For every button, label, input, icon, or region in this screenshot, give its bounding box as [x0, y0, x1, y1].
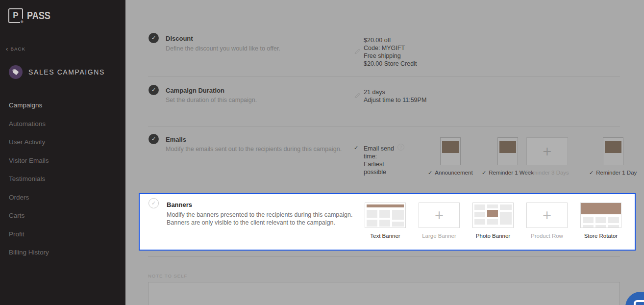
email-thumb-label: ✓Reminder 1 Day — [589, 170, 637, 176]
sidebar-item-billing-history[interactable]: Billing History — [0, 243, 125, 262]
logo-p-box-icon: P + — [8, 8, 23, 23]
duration-value: Adjust time to 11:59PM — [364, 96, 426, 104]
email-preview — [603, 137, 623, 165]
section-title: SALES CAMPAIGNS — [28, 68, 105, 76]
check-icon: ✓ — [428, 170, 432, 176]
check-icon: ✓ — [589, 170, 594, 176]
note-to-self-input[interactable] — [148, 282, 620, 305]
tag-icon — [9, 65, 23, 79]
photo-banner-preview — [472, 203, 514, 228]
text-banner-preview — [365, 203, 406, 228]
logo-letter: P — [13, 11, 18, 21]
emails-description: Modify the emails sent out to the recipi… — [166, 146, 342, 153]
help-icon[interactable]: ? — [397, 144, 404, 151]
banners-incomplete-check-icon: ✓ — [149, 198, 159, 208]
sidebar-item-profit[interactable]: Profit — [0, 225, 125, 244]
banners-section-highlighted: ✓ Banners Modify the banners presented t… — [139, 193, 636, 251]
back-label: BACK — [11, 46, 26, 51]
email-send-time: Email send time: Earliest possible — [364, 145, 398, 176]
banner-thumb-text-banner[interactable]: Text Banner — [365, 203, 406, 239]
banner-thumb-label: Product Row — [531, 233, 563, 239]
sidebar-item-carts[interactable]: Carts — [0, 206, 125, 225]
sidebar-item-testimonials[interactable]: Testimonials — [0, 170, 125, 188]
logo-plus-icon: + — [20, 19, 24, 25]
discount-value: Free shipping — [364, 52, 417, 60]
sidebar-divider — [0, 89, 125, 89]
section-divider — [148, 192, 620, 192]
banner-thumb-label: Large Banner — [422, 233, 456, 239]
banner-thumb-label: Text Banner — [370, 233, 400, 239]
email-thumb-announcement[interactable]: ✓Announcement — [428, 137, 473, 176]
duration-title: Campaign Duration — [166, 87, 224, 94]
email-preview — [497, 137, 518, 165]
plus-icon: + — [419, 203, 459, 228]
emails-complete-check-icon: ✓ — [149, 134, 159, 144]
chevron-left-icon: ‹ — [6, 45, 9, 52]
banner-thumb-product-row[interactable]: + Product Row — [526, 203, 568, 239]
section-divider — [148, 127, 620, 127]
email-thumb-reminder-1-day[interactable]: ✓Reminder 1 Day — [589, 137, 637, 176]
plus-icon: + — [527, 138, 568, 165]
discount-description: Define the discount you would like to of… — [166, 45, 280, 53]
discount-complete-check-icon: ✓ — [149, 33, 159, 43]
emails-title: Emails — [166, 136, 186, 143]
send-time-check-icon: ✓ — [354, 145, 358, 151]
sales-campaigns-header: SALES CAMPAIGNS — [9, 65, 105, 79]
check-icon: ✓ — [482, 170, 486, 176]
duration-value: 21 days — [364, 88, 426, 96]
email-preview — [440, 137, 461, 165]
sidebar-item-user-activity[interactable]: User Activity — [0, 133, 125, 152]
sidebar-item-visitor-emails[interactable]: Visitor Emails — [0, 152, 125, 170]
sidebar-item-orders[interactable]: Orders — [0, 188, 125, 207]
banner-thumb-store-rotator[interactable]: Store Rotator — [580, 203, 621, 239]
discount-values: $20.00 off Code: MYGIFT Free shipping $2… — [364, 36, 417, 68]
duration-complete-check-icon: ✓ — [149, 85, 159, 95]
back-link[interactable]: ‹BACK — [6, 45, 25, 52]
email-thumb-label: Reminder 3 Days — [525, 170, 569, 176]
sidebar-menu: Campaigns Automations User Activity Visi… — [0, 96, 125, 262]
banner-thumb-photo-banner[interactable]: Photo Banner — [472, 203, 514, 239]
email-thumb-label: ✓Announcement — [428, 170, 473, 176]
email-thumb-reminder-3-days[interactable]: + Reminder 3 Days — [525, 137, 569, 176]
duration-values: 21 days Adjust time to 11:59PM — [364, 88, 426, 104]
sidebar-item-campaigns[interactable]: Campaigns — [0, 96, 125, 115]
duration-description: Set the duration of this campaign. — [166, 97, 257, 104]
email-add-placeholder: + — [526, 137, 568, 165]
discount-value: $20.00 off — [364, 36, 417, 44]
discount-value: Code: MYGIFT — [364, 44, 417, 52]
edit-discount-icon[interactable] — [354, 48, 361, 55]
banner-add-placeholder: + — [419, 203, 460, 228]
edit-duration-icon[interactable] — [354, 92, 361, 99]
chat-bubble-icon — [634, 300, 644, 305]
campaign-editor: ✓ Discount Define the discount you would… — [125, 0, 644, 305]
pass-logo[interactable]: P + PASS — [8, 8, 55, 23]
sidebar-item-automations[interactable]: Automations — [0, 115, 125, 133]
banner-thumb-label: Photo Banner — [476, 233, 510, 239]
banner-add-placeholder: + — [526, 203, 568, 228]
sidebar: P + PASS ‹BACK SALES CAMPAIGNS Campaigns… — [0, 0, 125, 305]
section-divider — [148, 76, 620, 76]
banners-description: Modify the banners presented to the reci… — [167, 211, 363, 227]
banners-title: Banners — [167, 201, 192, 208]
discount-value: $20.00 Store Credit — [364, 60, 417, 68]
plus-icon: + — [527, 203, 567, 228]
logo-brand-text: PASS — [27, 9, 50, 22]
banner-thumb-large-banner[interactable]: + Large Banner — [419, 203, 460, 239]
store-rotator-preview — [580, 203, 621, 228]
section-divider — [148, 256, 620, 257]
discount-title: Discount — [166, 35, 193, 42]
banner-thumb-label: Store Rotator — [584, 233, 618, 239]
note-to-self-label: NOTE TO SELF — [148, 273, 187, 279]
